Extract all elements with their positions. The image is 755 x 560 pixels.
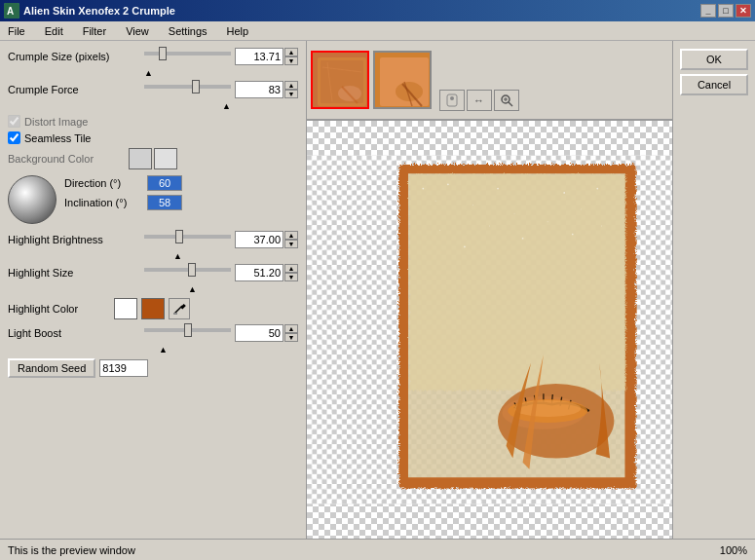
svg-point-40 bbox=[514, 400, 581, 417]
crumple-force-input[interactable]: 83 bbox=[235, 81, 283, 98]
light-boost-up[interactable]: ▲ bbox=[284, 324, 298, 333]
hand-tool-button[interactable] bbox=[439, 90, 465, 111]
sphere-params: Direction (°) Inclination (°) bbox=[64, 175, 298, 214]
random-seed-row: Random Seed bbox=[8, 358, 298, 378]
svg-point-53 bbox=[522, 238, 524, 240]
highlight-brightness-up[interactable]: ▲ bbox=[284, 231, 298, 240]
svg-point-44 bbox=[472, 205, 473, 205]
highlight-brightness-label: Highlight Brightness bbox=[8, 234, 144, 245]
highlight-brightness-down[interactable]: ▼ bbox=[284, 240, 298, 248]
zoom-tool-button[interactable] bbox=[494, 90, 519, 111]
highlight-brightness-slider[interactable] bbox=[144, 235, 231, 239]
main-layout: Crumple Size (pixels) 13.71 ▲ ▼ ▲ Crumpl… bbox=[0, 41, 755, 539]
highlight-color-label: Highlight Color bbox=[8, 303, 110, 315]
svg-point-54 bbox=[547, 221, 548, 222]
highlight-size-up[interactable]: ▲ bbox=[284, 264, 298, 273]
light-boost-row: Light Boost ▲ ▼ bbox=[8, 323, 298, 343]
bg-color-swatch1[interactable] bbox=[129, 148, 152, 169]
maximize-button[interactable]: □ bbox=[718, 4, 734, 18]
zoom-level: 100% bbox=[720, 544, 747, 556]
title-bar: A Alien Skin Xenofex 2 Crumple _ □ ✕ bbox=[0, 0, 755, 21]
highlight-color-swatch2[interactable] bbox=[141, 298, 165, 319]
thumbnail-1[interactable] bbox=[311, 51, 369, 109]
svg-point-52 bbox=[489, 226, 490, 227]
svg-point-55 bbox=[572, 234, 574, 236]
status-text: This is the preview window bbox=[8, 544, 135, 556]
status-bar: This is the preview window 100% bbox=[0, 539, 755, 560]
light-boost-label: Light Boost bbox=[8, 327, 144, 339]
close-button[interactable]: ✕ bbox=[736, 4, 751, 18]
inclination-input[interactable] bbox=[147, 195, 182, 210]
crumple-size-label: Crumple Size (pixels) bbox=[8, 51, 144, 62]
crumple-force-label: Crumple Force bbox=[8, 84, 144, 95]
highlight-size-slider[interactable] bbox=[144, 268, 231, 272]
menu-settings[interactable]: Settings bbox=[165, 23, 211, 39]
crumple-size-down[interactable]: ▼ bbox=[284, 56, 298, 65]
light-boost-slider[interactable] bbox=[144, 328, 231, 332]
thumbnail-2[interactable] bbox=[373, 51, 432, 109]
highlight-brightness-input[interactable] bbox=[235, 231, 283, 248]
highlight-color-picker-btn[interactable] bbox=[169, 298, 190, 319]
crumple-size-slider[interactable] bbox=[144, 52, 231, 56]
crumple-force-row: Crumple Force 83 ▲ ▼ bbox=[8, 80, 298, 99]
minimize-button[interactable]: _ bbox=[700, 4, 716, 18]
highlight-brightness-row: Highlight Brightness ▲ ▼ bbox=[8, 230, 298, 249]
svg-point-42 bbox=[435, 201, 436, 202]
random-seed-input[interactable] bbox=[99, 359, 148, 377]
background-color-label: Background Color bbox=[8, 153, 125, 165]
svg-rect-5 bbox=[173, 313, 177, 315]
crumple-size-input[interactable]: 13.71 bbox=[235, 48, 283, 65]
svg-point-51 bbox=[464, 245, 466, 247]
seamless-tile-label: Seamless Tile bbox=[24, 132, 91, 144]
bg-color-swatch2[interactable] bbox=[154, 148, 177, 169]
highlight-color-swatch1[interactable] bbox=[114, 298, 137, 319]
light-boost-down[interactable]: ▼ bbox=[284, 333, 298, 342]
svg-point-50 bbox=[439, 230, 440, 231]
svg-point-43 bbox=[447, 184, 449, 186]
distort-image-label: Distort Image bbox=[24, 116, 88, 128]
distort-image-checkbox bbox=[8, 115, 20, 128]
highlight-size-input[interactable] bbox=[235, 264, 283, 281]
direction-row: Direction (°) bbox=[64, 175, 298, 191]
seamless-tile-row: Seamless Tile bbox=[8, 131, 298, 144]
menu-filter[interactable]: Filter bbox=[79, 23, 110, 39]
menu-edit[interactable]: Edit bbox=[41, 23, 67, 39]
distort-image-row: Distort Image bbox=[8, 115, 298, 128]
left-panel: Crumple Size (pixels) 13.71 ▲ ▼ ▲ Crumpl… bbox=[0, 41, 307, 539]
menu-file[interactable]: File bbox=[4, 23, 29, 39]
app-icon: A bbox=[4, 3, 19, 19]
direction-input[interactable] bbox=[147, 175, 182, 191]
svg-text:A: A bbox=[7, 6, 14, 17]
svg-point-41 bbox=[422, 188, 424, 190]
svg-text:↔: ↔ bbox=[473, 94, 484, 106]
menu-help[interactable]: Help bbox=[223, 23, 253, 39]
preview-canvas bbox=[307, 121, 672, 539]
highlight-size-down[interactable]: ▼ bbox=[284, 273, 298, 281]
svg-point-46 bbox=[514, 213, 515, 214]
svg-point-49 bbox=[596, 188, 598, 190]
svg-point-20 bbox=[450, 96, 454, 100]
menu-view[interactable]: View bbox=[122, 23, 153, 39]
crumple-force-slider[interactable] bbox=[144, 85, 231, 89]
svg-point-11 bbox=[338, 86, 361, 101]
light-boost-input[interactable] bbox=[235, 324, 283, 342]
background-color-row: Background Color bbox=[8, 148, 298, 169]
crumple-force-down[interactable]: ▼ bbox=[284, 90, 298, 98]
sphere-section: Direction (°) Inclination (°) bbox=[8, 175, 298, 224]
move-tool-button[interactable]: ↔ bbox=[467, 90, 492, 111]
crumple-force-up[interactable]: ▲ bbox=[284, 81, 298, 90]
highlight-size-label: Highlight Size bbox=[8, 267, 144, 279]
seamless-tile-checkbox[interactable] bbox=[8, 131, 20, 144]
cancel-button[interactable]: Cancel bbox=[680, 74, 748, 95]
inclination-row: Inclination (°) bbox=[64, 195, 298, 210]
inclination-label: Inclination (°) bbox=[64, 197, 147, 208]
svg-point-47 bbox=[563, 192, 565, 194]
random-seed-button[interactable]: Random Seed bbox=[8, 358, 95, 378]
window-title: Alien Skin Xenofex 2 Crumple bbox=[23, 5, 700, 17]
crumple-size-up[interactable]: ▲ bbox=[284, 48, 298, 56]
preview-area bbox=[307, 121, 672, 539]
highlight-color-row: Highlight Color bbox=[8, 298, 298, 319]
svg-rect-36 bbox=[408, 173, 624, 390]
crumple-size-row: Crumple Size (pixels) 13.71 ▲ ▼ bbox=[8, 47, 298, 66]
ok-button[interactable]: OK bbox=[680, 49, 748, 70]
